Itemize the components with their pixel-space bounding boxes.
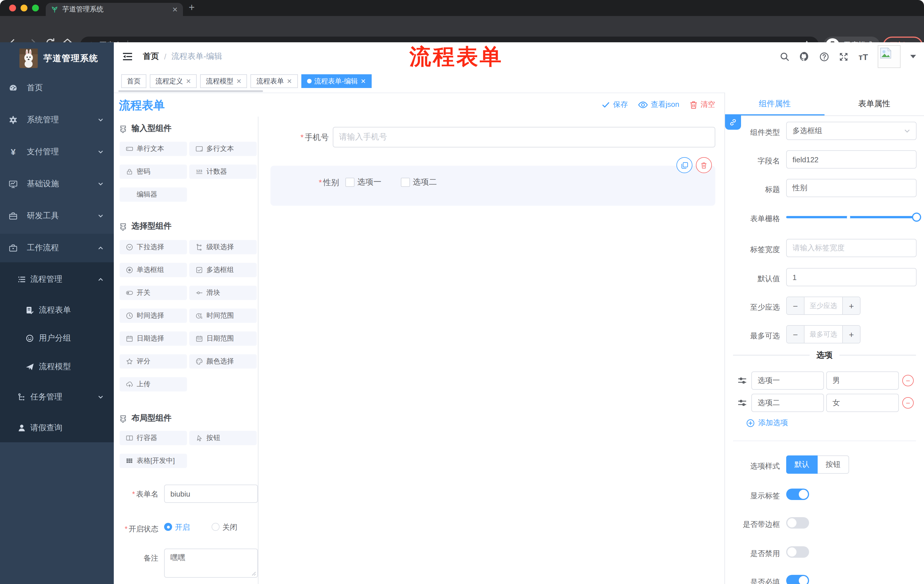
max-select-placeholder[interactable]: 最多可选 [805,326,842,343]
component-date-picker[interactable]: 日期选择 [119,331,187,346]
component-time-range[interactable]: 时间范围 [189,309,257,323]
sidebar-item-workflow[interactable]: 工作流程 [0,234,114,262]
breadcrumb-home[interactable]: 首页 [143,51,159,62]
title-input[interactable]: 性别 [786,179,917,197]
sidebar-item-task-mgmt[interactable]: 任务管理 [0,383,114,411]
github-icon[interactable] [800,51,810,62]
remark-textarea[interactable]: 嘿嘿 [164,549,258,578]
component-time-picker[interactable]: 时间选择 [119,309,187,323]
remove-option2-button[interactable]: − [902,397,914,409]
show-label-toggle-on[interactable] [786,489,809,500]
view-json-button[interactable]: 查看json [638,99,679,110]
sidebar-item-process-form[interactable]: 流程表单 [0,296,114,324]
component-row-container[interactable]: 行容器 [119,431,187,445]
sidebar-item-process-mgmt[interactable]: 流程管理 [0,265,114,294]
sidebar-item-payment[interactable]: ¥ 支付管理 [0,138,114,166]
border-toggle-off[interactable] [786,517,809,528]
user-menu-caret-icon[interactable] [910,55,916,58]
minimize-window-button[interactable] [21,5,28,12]
tag-process-form-edit[interactable]: 流程表单-编辑✕ [301,74,371,88]
gender-option1-checkbox[interactable] [345,178,355,187]
collapse-sidebar-icon[interactable] [122,51,133,62]
tab-close-icon[interactable]: ✕ [172,5,178,13]
component-editor[interactable]: 编辑器 [119,188,187,202]
form-canvas[interactable]: *手机号 请输入手机号 *性别 选项一 选项二 [259,117,724,584]
browser-tab[interactable]: 芋道管理系统 ✕ [46,3,183,16]
sidebar-item-devtools[interactable]: 研发工具 [0,202,114,230]
avatar[interactable] [878,45,901,68]
delete-component-button[interactable] [696,157,712,173]
tag-close-icon[interactable]: ✕ [361,77,366,85]
option2-value-input[interactable]: 女 [826,394,899,412]
option-drag-handle-icon[interactable] [737,398,747,408]
tag-process-definition[interactable]: 流程定义✕ [150,74,197,88]
gender-option2-label[interactable]: 选项二 [413,177,437,188]
tag-close-icon[interactable]: ✕ [236,77,241,85]
option1-value-input[interactable]: 男 [826,372,899,390]
max-select-stepper[interactable]: − 最多可选 + [786,325,861,344]
add-option-button[interactable]: 添加选项 [746,418,788,428]
required-toggle-on[interactable] [786,575,809,584]
default-value-input[interactable]: 1 [786,268,917,286]
font-size-icon[interactable]: ᴛT [858,52,868,61]
help-icon[interactable] [820,52,829,61]
gender-option1-label[interactable]: 选项一 [357,177,381,188]
tags-scrollbar-thumb[interactable] [118,90,263,92]
component-upload[interactable]: 上传 [119,377,187,392]
component-rate[interactable]: 评分 [119,354,187,368]
close-window-button[interactable] [9,5,16,12]
component-switch[interactable]: 开关 [119,286,187,300]
radio-off-unselected[interactable] [211,523,219,531]
sidebar-item-home[interactable]: 首页 [0,74,114,102]
option1-label-input[interactable]: 选项一 [751,372,824,390]
component-select[interactable]: 下拉选择 [119,240,187,254]
tab-form-props[interactable]: 表单属性 [825,92,924,115]
gender-option2-checkbox[interactable] [401,178,410,187]
zoom-window-button[interactable] [32,5,39,12]
min-select-placeholder[interactable]: 至少应选 [805,297,842,314]
option2-label-input[interactable]: 选项二 [751,394,824,412]
tab-component-props[interactable]: 组件属性 [725,92,825,115]
grid-slider-track[interactable] [786,216,917,218]
tag-close-icon[interactable]: ✕ [287,77,292,85]
component-checkbox-group[interactable]: 多选框组 [189,263,257,277]
radio-off-label[interactable]: 关闭 [223,522,237,533]
radio-on-label[interactable]: 开启 [175,522,190,533]
disabled-toggle-off[interactable] [786,546,809,558]
component-password[interactable]: 密码 [119,165,187,179]
style-default-button[interactable]: 默认 [786,456,818,474]
component-table-dev[interactable]: 表格[开发中] [119,454,187,468]
selected-component-gender[interactable]: *性别 选项一 选项二 [271,166,715,206]
component-color-picker[interactable]: 颜色选择 [189,354,257,368]
tag-home[interactable]: 首页 [121,74,146,88]
component-single-line-text[interactable]: 单行文本 [119,142,187,156]
style-button-button[interactable]: 按钮 [818,456,849,474]
save-button[interactable]: 保存 [602,99,628,110]
min-select-stepper[interactable]: − 至少应选 + [786,296,861,315]
component-multi-line-text[interactable]: 多行文本 [189,142,257,156]
sidebar-item-user-group[interactable]: 用户分组 [0,324,114,352]
option-drag-handle-icon[interactable] [737,375,747,386]
remove-option1-button[interactable]: − [902,375,914,386]
tag-process-model[interactable]: 流程模型✕ [200,74,247,88]
sidebar-item-leave-query[interactable]: 请假查询 [0,414,114,442]
search-icon[interactable] [780,52,790,61]
radio-on-selected[interactable] [164,523,172,531]
component-date-range[interactable]: 日期范围 [189,331,257,346]
stepper-minus-button[interactable]: − [787,326,805,343]
sidebar-item-system[interactable]: 系统管理 [0,106,114,134]
sidebar-item-infra[interactable]: 基础设施 [0,170,114,198]
stepper-minus-button[interactable]: − [787,297,805,314]
tag-close-icon[interactable]: ✕ [186,77,191,85]
app-logo[interactable]: 芋道管理系统 [0,46,114,71]
phone-field-input[interactable]: 请输入手机号 [333,127,715,147]
form-name-input[interactable]: biubiu [164,485,258,503]
clear-button[interactable]: 清空 [690,99,715,110]
component-slider[interactable]: 滑块 [189,286,257,300]
tag-process-form[interactable]: 流程表单✕ [251,74,298,88]
component-counter[interactable]: 123 计数器 [189,165,257,179]
fullscreen-icon[interactable] [839,52,849,61]
component-radio-group[interactable]: 单选框组 [119,263,187,277]
label-width-input[interactable]: 请输入标签宽度 [786,239,917,257]
component-button[interactable]: 按钮 [189,431,257,445]
